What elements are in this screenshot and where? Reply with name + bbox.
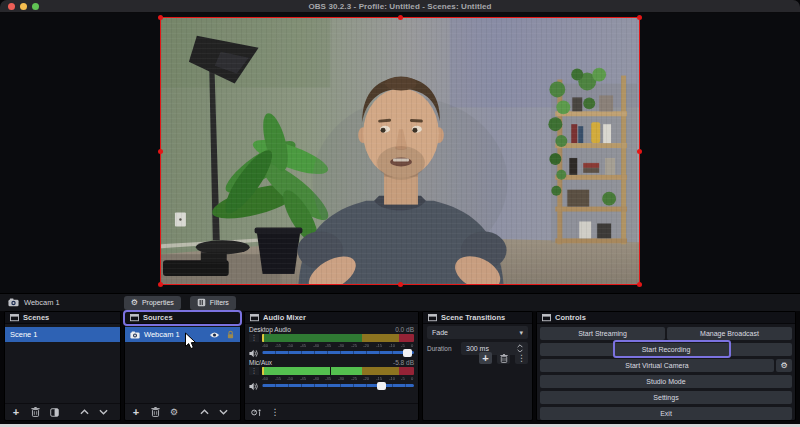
move-source-up-button[interactable] bbox=[198, 406, 210, 418]
move-source-down-button[interactable] bbox=[217, 406, 229, 418]
remove-transition-button[interactable] bbox=[497, 352, 510, 364]
controls-panel-header: Controls bbox=[537, 312, 795, 324]
virtual-camera-settings-button[interactable]: ⚙ bbox=[776, 359, 792, 372]
transform-handle[interactable] bbox=[158, 149, 163, 154]
scene-transitions-header: Scene Transitions bbox=[423, 312, 532, 324]
sources-annotation-highlight bbox=[123, 310, 242, 326]
gear-icon: ⚙ bbox=[780, 362, 787, 370]
advanced-audio-properties-button[interactable] bbox=[250, 406, 262, 418]
meter-tick-label: -10 bbox=[389, 376, 395, 381]
docks-area: Scenes Scene 1 + Sources bbox=[0, 311, 800, 421]
meter-tick-label: -40 bbox=[313, 376, 319, 381]
source-visibility-toggle[interactable] bbox=[209, 330, 220, 339]
channel-drag-handle[interactable]: ⋮ bbox=[249, 334, 259, 342]
camera-icon bbox=[130, 331, 140, 339]
manage-broadcast-button[interactable]: Manage Broadcast bbox=[667, 327, 792, 340]
filter-square-icon bbox=[50, 408, 59, 417]
transform-handle[interactable] bbox=[398, 15, 403, 20]
volume-slider-handle[interactable] bbox=[403, 349, 412, 357]
lock-icon bbox=[226, 330, 235, 339]
transform-handle[interactable] bbox=[637, 149, 642, 154]
start-virtual-camera-button[interactable]: Start Virtual Camera bbox=[540, 359, 774, 372]
remove-scene-button[interactable] bbox=[29, 406, 41, 418]
channel-name: Desktop Audio bbox=[249, 326, 291, 333]
zoom-window-button[interactable] bbox=[32, 3, 39, 10]
volume-slider[interactable] bbox=[262, 384, 414, 387]
traffic-lights bbox=[8, 3, 39, 10]
mute-toggle[interactable] bbox=[249, 377, 259, 395]
meter-tick-label: -50 bbox=[287, 376, 293, 381]
transform-handle[interactable] bbox=[398, 282, 403, 287]
remove-source-button[interactable] bbox=[149, 406, 161, 418]
speaker-icon bbox=[249, 382, 259, 391]
meter-tick-label: -35 bbox=[325, 376, 331, 381]
scenes-panel: Scenes Scene 1 + bbox=[4, 311, 121, 421]
start-recording-button[interactable]: Start Recording bbox=[540, 343, 792, 356]
volume-meter bbox=[262, 367, 414, 375]
duration-label: Duration bbox=[427, 345, 461, 352]
source-lock-toggle[interactable] bbox=[226, 330, 235, 340]
filters-button[interactable]: Filters bbox=[190, 296, 236, 310]
source-properties-button[interactable]: ⚙ bbox=[168, 406, 180, 418]
spinner-up-icon bbox=[517, 344, 523, 348]
add-scene-button[interactable]: + bbox=[10, 406, 22, 418]
meter-tick-label: -5 bbox=[401, 343, 405, 348]
mixer-channel-desktop-audio: Desktop Audio 0.0 dB ⋮ -60-55-50-45-40-3… bbox=[249, 325, 414, 358]
trash-icon bbox=[151, 407, 160, 417]
chevron-down-icon bbox=[99, 409, 108, 415]
mixer-menu-button[interactable]: ⋮ bbox=[269, 406, 281, 418]
transition-select[interactable]: Fade ▾ bbox=[427, 326, 528, 339]
transform-handle[interactable] bbox=[158, 282, 163, 287]
meter-tick-label: -45 bbox=[300, 343, 306, 348]
scene-list-item[interactable]: Scene 1 bbox=[5, 327, 120, 342]
controls-panel: Controls Start Streaming Manage Broadcas… bbox=[536, 311, 796, 421]
dock-icon bbox=[10, 313, 19, 322]
transform-handle[interactable] bbox=[158, 15, 163, 20]
start-streaming-button[interactable]: Start Streaming bbox=[540, 327, 665, 340]
meter-tick-label: 0 bbox=[412, 343, 414, 348]
meter-tick-label: -15 bbox=[376, 343, 382, 348]
volume-slider[interactable] bbox=[262, 351, 414, 354]
exit-button[interactable]: Exit bbox=[540, 407, 792, 420]
gear-icon: ⚙ bbox=[131, 299, 138, 307]
properties-button[interactable]: ⚙ Properties bbox=[124, 296, 181, 310]
meter-tick-label: -30 bbox=[338, 343, 344, 348]
mixer-channel-mic-aux: Mic/Aux -5.8 dB ⋮ -60-55-50-45-40-35-30-… bbox=[249, 358, 414, 391]
close-window-button[interactable] bbox=[8, 3, 15, 10]
selected-source-label: Webcam 1 bbox=[8, 298, 60, 307]
camera-icon bbox=[8, 298, 19, 307]
transitions-toolbar: + ⋮ bbox=[479, 352, 528, 364]
studio-mode-button[interactable]: Studio Mode bbox=[540, 375, 792, 388]
scene-filters-button[interactable] bbox=[48, 406, 60, 418]
minimize-window-button[interactable] bbox=[20, 3, 27, 10]
settings-button[interactable]: Settings bbox=[540, 391, 792, 404]
dock-icon bbox=[428, 313, 437, 322]
meter-tick-label: -40 bbox=[313, 343, 319, 348]
eye-icon bbox=[209, 331, 220, 339]
volume-slider-handle[interactable] bbox=[377, 382, 386, 390]
scene-transitions-panel: Scene Transitions Fade ▾ Duration 300 ms… bbox=[422, 311, 533, 421]
mixer-toolbar: ⋮ bbox=[245, 403, 418, 420]
dropdown-caret-icon: ▾ bbox=[519, 329, 523, 337]
meter-tick-label: -15 bbox=[376, 376, 382, 381]
chevron-up-icon bbox=[80, 409, 89, 415]
dock-icon bbox=[130, 313, 139, 322]
meter-tick-label: -30 bbox=[338, 376, 344, 381]
sources-panel: Sources Webcam 1 + ⚙ bbox=[124, 311, 241, 421]
add-transition-button[interactable]: + bbox=[479, 352, 492, 364]
meter-tick-label: 0 bbox=[412, 376, 414, 381]
move-scene-up-button[interactable] bbox=[78, 406, 90, 418]
meter-tick-label: -10 bbox=[389, 343, 395, 348]
transform-handle[interactable] bbox=[637, 282, 642, 287]
transform-handle[interactable] bbox=[637, 15, 642, 20]
add-source-button[interactable]: + bbox=[130, 406, 142, 418]
move-scene-down-button[interactable] bbox=[97, 406, 109, 418]
transition-menu-button[interactable]: ⋮ bbox=[515, 352, 528, 364]
obs-window: OBS 30.2.3 - Profile: Untitled - Scenes:… bbox=[0, 0, 800, 427]
trash-icon bbox=[31, 407, 40, 417]
channel-drag-handle[interactable]: ⋮ bbox=[249, 367, 259, 375]
source-list-item[interactable]: Webcam 1 bbox=[125, 327, 240, 342]
webcam-video-preview[interactable] bbox=[160, 17, 640, 285]
meter-tick-label: -45 bbox=[300, 376, 306, 381]
audio-mixer-header: Audio Mixer bbox=[245, 312, 418, 324]
